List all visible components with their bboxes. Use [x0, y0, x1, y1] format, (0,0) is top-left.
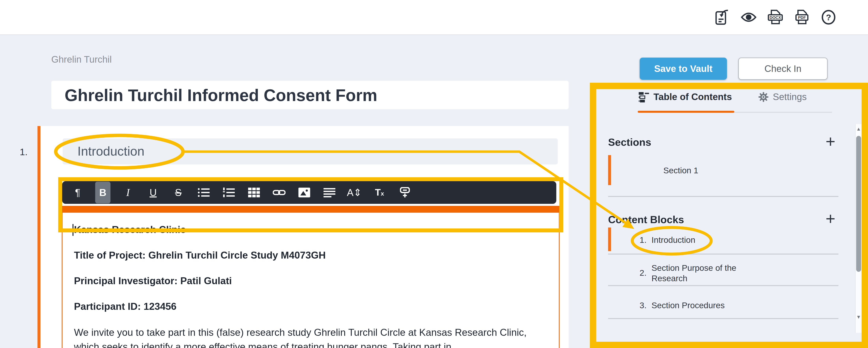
richtext-toolbar: ¶ B I U S — [62, 181, 556, 204]
bold-icon[interactable]: B — [95, 182, 111, 203]
doc-line-clinic: Kansas Research Clinic — [74, 223, 548, 236]
header-toolbar: DOCX PDF ? — [714, 0, 836, 34]
clear-format-icon[interactable]: Tx — [372, 182, 387, 203]
panel-scrollbar-thumb[interactable] — [856, 136, 861, 272]
document-title: Ghrelin Turchil Informed Consent Form — [65, 81, 377, 109]
import-document-icon[interactable] — [714, 9, 730, 25]
table-icon[interactable] — [246, 182, 261, 203]
toc-list-icon — [639, 92, 649, 102]
sections-heading: Sections — [608, 137, 651, 148]
image-icon[interactable] — [297, 182, 312, 203]
block-item-number: 3. — [636, 301, 647, 311]
section-title-field[interactable]: Introduction — [63, 138, 558, 165]
block-item-label: Section Purpose of the Research — [652, 263, 756, 284]
export-pdf-icon[interactable]: PDF — [794, 9, 810, 25]
preview-eye-icon[interactable] — [741, 9, 756, 25]
block-item-number: 1. — [636, 235, 647, 245]
tab-table-of-contents[interactable]: Table of Contents — [639, 92, 732, 102]
doc-line-investigator: Principal Investigator: Patil Gulati — [74, 274, 548, 287]
align-icon[interactable] — [321, 182, 337, 203]
line-height-icon[interactable]: A⇕ — [347, 182, 362, 203]
check-in-button[interactable]: Check In — [738, 58, 828, 80]
paragraph-icon[interactable]: ¶ — [70, 182, 86, 203]
svg-text:?: ? — [826, 13, 831, 22]
save-to-vault-button[interactable]: Save to Vault — [640, 58, 727, 80]
breadcrumb: Ghrelin Turchil — [51, 54, 112, 65]
export-docx-icon[interactable]: DOCX — [767, 9, 783, 25]
panel-divider — [608, 318, 839, 319]
content-block-selected-border — [62, 206, 559, 213]
tab-toc-label: Table of Contents — [654, 92, 732, 102]
panel-divider — [608, 285, 839, 286]
bullet-list-icon[interactable] — [196, 182, 211, 203]
ordered-list-icon[interactable] — [221, 182, 236, 203]
add-section-button[interactable]: + — [826, 134, 835, 149]
block-item-introduction[interactable]: 1. Introduction — [636, 235, 695, 245]
add-content-block-button[interactable]: + — [826, 211, 835, 226]
tab-settings[interactable]: Settings — [758, 92, 807, 102]
section-number: 1. — [20, 147, 28, 158]
scrollbar-up-arrow[interactable]: ▲ — [856, 126, 862, 132]
text-cursor — [72, 224, 73, 236]
block-item-purpose[interactable]: 2. Section Purpose of the Research — [636, 263, 756, 284]
doc-line-project-title: Title of Project: Ghrelin Turchil Circle… — [74, 249, 548, 262]
insert-field-icon[interactable] — [397, 182, 412, 203]
block-item-label: Section Procedures — [652, 301, 725, 311]
docx-label: DOCX — [770, 15, 781, 20]
link-icon[interactable] — [271, 182, 287, 203]
document-body-text: Kansas Research Clinic Title of Project:… — [74, 223, 548, 348]
section-item-selected-bar — [608, 155, 611, 185]
section-item-1[interactable]: Section 1 — [663, 166, 699, 176]
pdf-label: PDF — [798, 15, 806, 20]
scrollbar-down-arrow[interactable]: ▼ — [856, 314, 862, 320]
block-item-selected-bar — [608, 228, 611, 251]
section-selected-bar — [37, 126, 40, 348]
panel-divider — [608, 196, 839, 197]
active-tab-indicator — [638, 111, 735, 113]
panel-divider — [608, 254, 839, 255]
help-icon[interactable]: ? — [820, 9, 836, 25]
underline-icon[interactable]: U — [146, 182, 161, 203]
content-blocks-heading: Content Blocks — [608, 214, 684, 225]
block-item-label: Introduction — [652, 235, 695, 245]
doc-paragraph: We invite you to take part in this (fals… — [74, 325, 535, 348]
doc-line-participant-id: Participant ID: 123456 — [74, 300, 548, 313]
section-title-text: Introduction — [78, 144, 145, 159]
gear-icon — [758, 92, 768, 102]
strikethrough-icon[interactable]: S — [170, 182, 186, 203]
tab-divider — [735, 112, 832, 113]
block-item-number: 2. — [636, 269, 647, 278]
block-item-procedures[interactable]: 3. Section Procedures — [636, 301, 725, 311]
italic-icon[interactable]: I — [120, 182, 136, 203]
tab-settings-label: Settings — [773, 92, 807, 102]
